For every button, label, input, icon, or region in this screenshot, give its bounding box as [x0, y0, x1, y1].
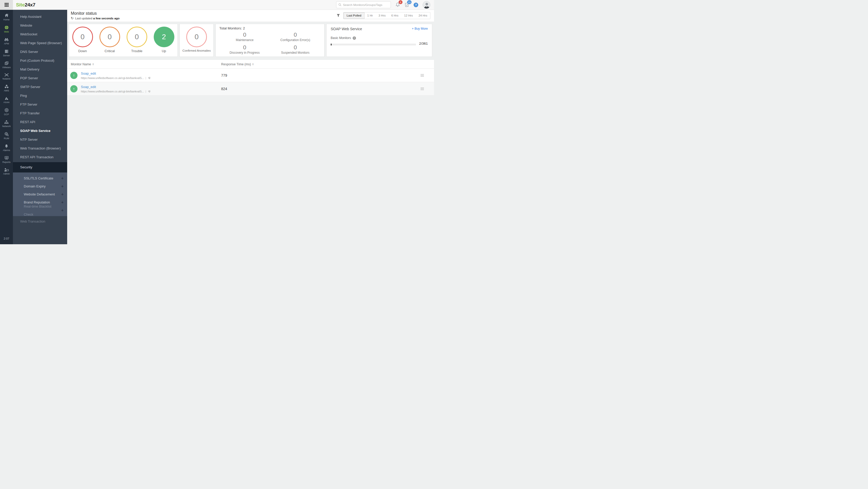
rail-item-web[interactable]: Web: [0, 25, 13, 33]
web-sidebar: Help Assistant Website WebSocket Web Pag…: [13, 10, 67, 244]
monitor-link[interactable]: Soap_edit: [81, 85, 96, 89]
sidebar-item-website-defacement[interactable]: Website Defacement +: [13, 190, 67, 198]
info-icon[interactable]: i: [352, 36, 356, 40]
rail-item-alarms[interactable]: Alarms: [0, 144, 13, 152]
column-monitor-name[interactable]: Monitor Name ▲▼: [67, 63, 221, 66]
time-filter-last-polled[interactable]: Last Polled: [344, 12, 365, 19]
admin-icon: [4, 168, 9, 172]
app-grid-button[interactable]: [0, 0, 13, 10]
sort-icon: ▲▼: [92, 63, 94, 66]
sidebar-item-web-transaction-browser[interactable]: Web Transaction (Browser): [13, 144, 67, 153]
status-summary-card: 0 Down 0 Critical 0 Trouble 2 Up: [69, 24, 178, 57]
table-header: Monitor Name ▲▼ Response Time (ms) ▲▼: [67, 60, 434, 69]
refresh-icon[interactable]: ↻: [71, 17, 74, 20]
critical-count: 0: [99, 27, 120, 47]
search-input[interactable]: [343, 3, 389, 6]
response-time-value: 824: [221, 87, 421, 91]
sidebar-item-soap-web-service[interactable]: SOAP Web Service: [13, 127, 67, 135]
sidebar-item-websocket[interactable]: WebSocket: [13, 30, 67, 39]
time-filter-24hrs[interactable]: 24 Hrs: [416, 12, 430, 19]
avatar-icon: [423, 1, 430, 9]
time-filter-6hrs[interactable]: 6 Hrs: [389, 12, 401, 19]
up-count: 2: [154, 27, 175, 47]
rail-item-reports[interactable]: Reports: [0, 156, 13, 163]
add-defacement-button[interactable]: +: [61, 190, 64, 198]
status-down[interactable]: 0 Down: [72, 27, 93, 53]
status-trouble[interactable]: 0 Trouble: [127, 27, 147, 53]
monitor-url: https://www.unifiedsoftware.co.uk/cgi-bi…: [81, 76, 144, 79]
rail-item-aws[interactable]: AWS: [0, 85, 13, 92]
home-icon: [4, 13, 9, 18]
row-actions-menu[interactable]: [421, 74, 434, 77]
rail-item-apm[interactable]: APM: [0, 37, 13, 45]
sidebar-item-ntp-server[interactable]: NTP Server: [13, 135, 67, 144]
rail-item-gcp[interactable]: GCP: [0, 108, 13, 116]
anomalies-card[interactable]: 0 Confirmed Anomalies: [180, 24, 214, 57]
sidebar-item-rest-api-transaction[interactable]: REST API Transaction: [13, 153, 67, 162]
last-updated: ↻ Last updated a few seconds ago: [71, 17, 120, 20]
sidebar-item-rest-api[interactable]: REST API: [13, 118, 67, 127]
rum-icon: [4, 132, 9, 136]
rail-item-rum[interactable]: RUM: [0, 132, 13, 140]
tag-icon[interactable]: [148, 77, 151, 79]
sidebar-section-security[interactable]: Security: [13, 162, 67, 172]
usage-meter-fill: [331, 44, 332, 45]
sidebar-item-ftp-server[interactable]: FTP Server: [13, 100, 67, 109]
buy-more-link[interactable]: + Buy More: [412, 27, 428, 30]
grid-icon: [5, 3, 8, 7]
sidebar-item-realtime-blacklist[interactable]: Real-time Blacklist Check +: [13, 206, 67, 214]
sidebar-item-pop-server[interactable]: POP Server: [13, 74, 67, 83]
tasks-button[interactable]: 21: [405, 2, 409, 7]
sidebar-item-dns-server[interactable]: DNS Server: [13, 47, 67, 56]
time-filter-3hrs[interactable]: 3 Hrs: [376, 12, 388, 19]
total-monitors-card: Total Monitors: 2 0 Maintenance 0 Config…: [215, 24, 324, 57]
sidebar-item-ssl-tls-certificate[interactable]: SSL/TLS Certificate +: [13, 174, 67, 182]
total-monitors-title: Total Monitors: 2: [219, 26, 320, 30]
sidebar-item-ftp-transfer[interactable]: FTP Transfer: [13, 109, 67, 118]
network-icon: [4, 120, 9, 124]
sidebar-item-help-assistant[interactable]: Help Assistant: [13, 12, 67, 21]
time-filter-1hr[interactable]: 1 Hr: [365, 12, 376, 19]
rail-item-vmware[interactable]: VMware: [0, 61, 13, 69]
sidebar-item-smtp-server[interactable]: SMTP Server: [13, 83, 67, 91]
status-critical[interactable]: 0 Critical: [99, 27, 120, 53]
add-ssl-monitor-button[interactable]: +: [61, 174, 64, 182]
trouble-count: 0: [127, 27, 147, 47]
page-title: Monitor status: [71, 11, 120, 16]
binoculars-icon: [4, 37, 9, 41]
monitor-link[interactable]: Soap_edit: [81, 71, 96, 75]
rail-item-home[interactable]: Home: [0, 13, 13, 21]
sidebar-item-domain-expiry[interactable]: Domain Expiry +: [13, 182, 67, 190]
add-brand-reputation-button[interactable]: +: [61, 198, 64, 206]
license-title: SOAP Web Service: [331, 27, 362, 31]
sidebar-item-ping[interactable]: Ping: [13, 91, 67, 100]
add-domain-expiry-button[interactable]: +: [61, 182, 64, 190]
top-bar: Site24x7 6 21 ?: [0, 0, 434, 10]
tag-icon[interactable]: [148, 90, 151, 93]
row-actions-menu[interactable]: [421, 88, 434, 90]
response-time-value: 779: [221, 73, 421, 77]
sidebar-item-mail-delivery[interactable]: Mail Delivery: [13, 65, 67, 74]
time-filter-12hrs[interactable]: 12 Hrs: [401, 12, 416, 19]
rail-item-network[interactable]: Network: [0, 120, 13, 128]
sidebar-item-port[interactable]: Port (Custom Protocol): [13, 56, 67, 65]
rail-item-azure[interactable]: Azure: [0, 96, 13, 103]
alerts-button[interactable]: 6: [395, 2, 400, 7]
search-icon: [338, 3, 342, 6]
site24x7-logo: Site24x7: [16, 2, 35, 8]
sidebar-item-website[interactable]: Website: [13, 21, 67, 30]
rail-item-admin[interactable]: Admin: [0, 168, 13, 175]
reports-icon: [4, 156, 9, 160]
filter-icon[interactable]: [336, 13, 340, 18]
usage-meter: [331, 44, 416, 45]
add-blacklist-check-button[interactable]: +: [61, 206, 64, 214]
user-avatar[interactable]: [423, 1, 430, 9]
status-up[interactable]: 2 Up: [154, 27, 175, 53]
help-button[interactable]: ?: [413, 3, 418, 7]
column-response-time[interactable]: Response Time (ms) ▲▼: [221, 63, 421, 66]
sort-icon: ▲▼: [252, 63, 254, 66]
rail-item-nutanix[interactable]: Nutanix: [0, 73, 13, 80]
time-range-selector: Last Polled 1 Hr 3 Hrs 6 Hrs 12 Hrs 24 H…: [343, 12, 430, 19]
sidebar-item-web-page-speed[interactable]: Web Page Speed (Browser): [13, 39, 67, 47]
rail-item-server[interactable]: Server: [0, 49, 13, 57]
